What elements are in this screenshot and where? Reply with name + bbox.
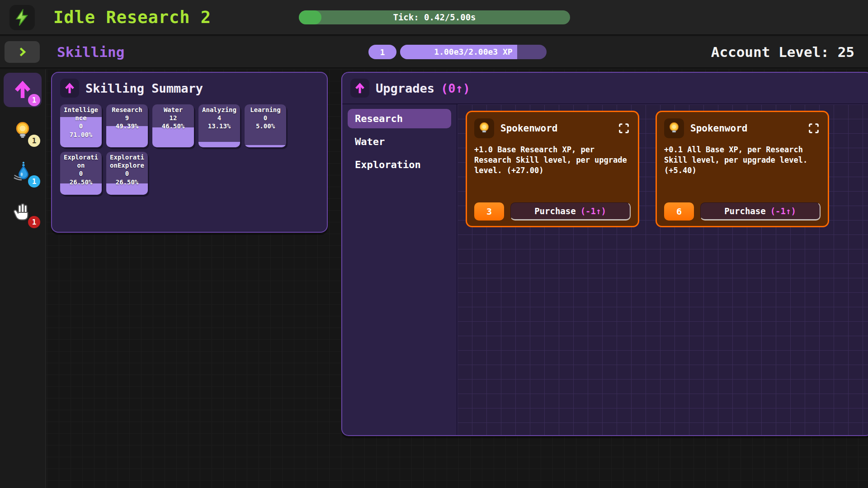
upgrade-card: Spokenword +0.1 All Base XP, per Researc…: [656, 111, 829, 227]
skill-name: Intelligence: [64, 106, 98, 122]
app-logo[interactable]: [9, 5, 35, 30]
fullscreen-icon: [618, 122, 630, 135]
skill-level: 0: [125, 170, 129, 177]
skill-percent: 49.39%: [116, 122, 139, 130]
skill-name: Exploration: [64, 154, 98, 169]
skill-card-water[interactable]: Water 12 46.50%: [152, 104, 194, 147]
sidebar-badge: 1: [28, 94, 40, 106]
skill-card-analyzing[interactable]: Analyzing 4 13.13%: [198, 104, 240, 147]
panel-icon-box: [350, 79, 369, 98]
page-title: Skilling: [57, 44, 124, 60]
lightning-bolt-icon: [14, 9, 31, 26]
sidebar-item-research[interactable]: 1: [4, 113, 42, 148]
skill-percent: 71.00%: [70, 131, 93, 138]
skill-level: 0: [79, 170, 83, 177]
skill-name: Learning: [250, 106, 280, 113]
upgrade-title: Spokenword: [500, 123, 557, 134]
nav-sidebar: 1 1 1: [0, 69, 46, 488]
level-badge: 1: [368, 45, 396, 59]
upgrade-description: +0.1 All Base XP, per Research Skill lev…: [664, 145, 821, 176]
tick-label: Tick: 0.42/5.00s: [299, 10, 570, 24]
upgrade-card: Spokenword +1.0 Base Research XP, per Re…: [466, 111, 639, 227]
upgrade-icon-box: [474, 118, 494, 138]
skill-level: 4: [217, 114, 221, 122]
skill-level: 12: [170, 114, 177, 122]
skill-card-learning[interactable]: Learning 0 5.00%: [245, 104, 286, 147]
upgrade-points-count: (0↑): [441, 81, 470, 95]
purchase-label: Purchase: [724, 206, 766, 216]
top-bar: Idle Research 2 Tick: 0.42/5.00s: [0, 0, 868, 35]
lightbulb-icon: [477, 121, 491, 136]
sidebar-badge: 1: [28, 216, 40, 228]
up-arrow-icon: [353, 81, 367, 95]
skilling-summary-header: Skilling Summary: [52, 73, 327, 103]
purchase-label: Purchase: [534, 206, 576, 216]
up-arrow-icon: [63, 81, 76, 95]
skill-level: 0: [79, 122, 83, 130]
skill-card-exploration[interactable]: Exploration 0 26.50%: [60, 152, 102, 195]
upgrade-category-tabs: Research Water Exploration: [342, 104, 458, 435]
xp-label: 1.00e3/2.00e3 XP: [400, 45, 547, 59]
expand-button[interactable]: [617, 122, 631, 135]
skill-name: ExplorationExplore: [110, 154, 144, 169]
upgrade-cost-badge: 3: [474, 202, 504, 221]
tick-progress-bar: Tick: 0.42/5.00s: [299, 10, 570, 24]
collapse-sidebar-button[interactable]: [5, 41, 40, 63]
skill-percent: 13.13%: [208, 122, 231, 130]
upgrade-cost-badge: 6: [664, 202, 694, 221]
skill-level: 9: [125, 114, 129, 122]
skill-progress-fill: [245, 145, 286, 147]
upgrade-title: Spokenword: [690, 123, 747, 134]
account-level: Account Level: 25: [711, 44, 854, 60]
skill-card-intelligence[interactable]: Intelligence 0 71.00%: [60, 104, 102, 147]
page-header-bar: Skilling 1 1.00e3/2.00e3 XP Account Leve…: [0, 36, 868, 68]
panel-title: Upgrades: [376, 81, 434, 95]
lightbulb-icon: [667, 121, 681, 136]
app-title: Idle Research 2: [53, 8, 211, 27]
skill-percent: 26.50%: [70, 178, 93, 186]
sidebar-item-water[interactable]: 1: [4, 154, 42, 188]
tab-exploration[interactable]: Exploration: [348, 155, 451, 174]
purchase-cost-delta: (-1↑): [770, 206, 796, 216]
upgrades-panel: Upgrades (0↑) Research Water Exploration: [341, 72, 868, 436]
panel-icon-box: [60, 79, 79, 98]
upgrade-description: +1.0 Base Research XP, per Research Skil…: [474, 145, 631, 176]
chevron-right-icon: [15, 45, 29, 59]
sidebar-badge: 1: [28, 135, 40, 147]
skill-progress-fill: [198, 142, 240, 147]
skill-card-list: Intelligence 0 71.00% Research 9 49.39% …: [52, 103, 327, 196]
tab-water[interactable]: Water: [348, 132, 451, 151]
skill-name: Research: [112, 106, 142, 113]
upgrade-icon-box: [664, 118, 684, 138]
sidebar-item-skilling[interactable]: 1: [4, 73, 42, 107]
skill-card-research[interactable]: Research 9 49.39%: [106, 104, 148, 147]
skill-percent: 26.50%: [116, 178, 139, 186]
skill-percent: 5.00%: [256, 122, 275, 130]
skilling-summary-panel: Skilling Summary Intelligence 0 71.00% R…: [51, 72, 328, 233]
upgrade-card-grid: Spokenword +1.0 Base Research XP, per Re…: [458, 104, 868, 435]
skill-name: Water: [164, 106, 183, 113]
skill-level: 0: [264, 114, 267, 122]
expand-button[interactable]: [807, 122, 821, 135]
tab-research[interactable]: Research: [348, 109, 451, 128]
sidebar-item-hand-clicker[interactable]: 1: [4, 195, 42, 229]
purchase-cost-delta: (-1↑): [580, 206, 606, 216]
panel-title: Skilling Summary: [85, 81, 203, 95]
xp-progress-bar: 1.00e3/2.00e3 XP: [400, 45, 547, 59]
skill-name: Analyzing: [202, 106, 236, 113]
main-content: 1 1 1: [0, 69, 868, 488]
skill-percent: 46.50%: [162, 122, 185, 130]
sidebar-badge: 1: [28, 175, 40, 188]
purchase-button[interactable]: Purchase (-1↑): [700, 202, 821, 221]
upgrades-body: Research Water Exploration Sp: [342, 103, 868, 435]
purchase-button[interactable]: Purchase (-1↑): [510, 202, 631, 221]
upgrades-header: Upgrades (0↑): [342, 73, 868, 103]
fullscreen-icon: [807, 122, 820, 135]
skill-card-explorationexplore[interactable]: ExplorationExplore 0 26.50%: [106, 152, 148, 195]
